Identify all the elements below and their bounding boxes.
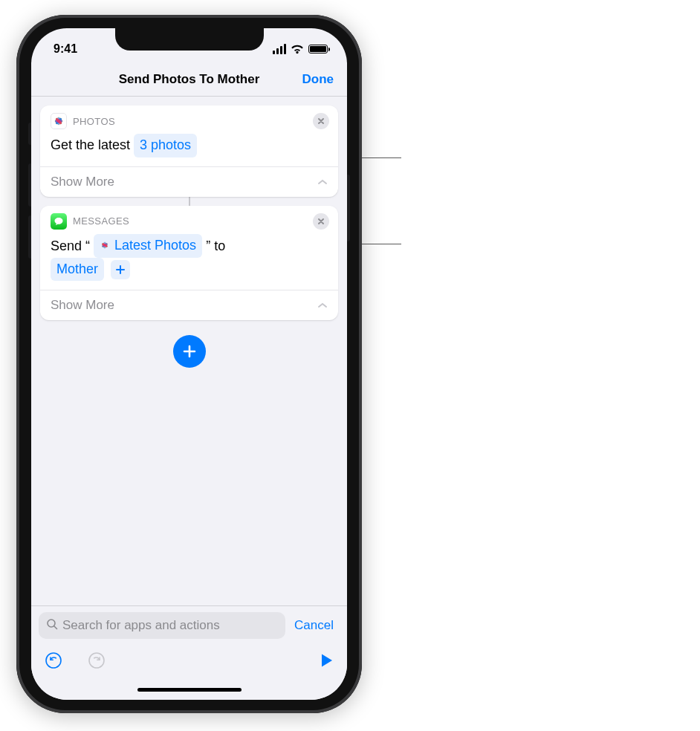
home-indicator[interactable] bbox=[137, 688, 242, 692]
show-more-row[interactable]: Show More bbox=[40, 166, 338, 197]
search-icon bbox=[46, 618, 58, 634]
bottom-toolbar bbox=[31, 645, 347, 679]
cellular-icon bbox=[273, 44, 286, 54]
svg-line-15 bbox=[54, 626, 57, 629]
show-more-label: Show More bbox=[51, 175, 114, 189]
card-header: PHOTOS bbox=[40, 105, 338, 131]
page-title: Send Photos To Mother bbox=[119, 72, 260, 87]
card-app-label: MESSAGES bbox=[73, 215, 129, 227]
action-card-photos[interactable]: PHOTOS Get the latest 3 photos Show More bbox=[40, 105, 338, 197]
action-text-prefix: Get the latest bbox=[51, 137, 134, 152]
svg-point-16 bbox=[46, 653, 61, 668]
wifi-icon bbox=[291, 45, 304, 54]
action-connector bbox=[189, 197, 190, 206]
messages-app-icon bbox=[51, 213, 67, 230]
undo-button[interactable] bbox=[45, 652, 62, 672]
search-bar: Search for apps and actions Cancel bbox=[31, 605, 347, 645]
recipient-token[interactable]: Mother bbox=[51, 258, 104, 282]
close-icon[interactable] bbox=[313, 213, 329, 230]
chevron-up-icon bbox=[317, 179, 328, 185]
card-header: MESSAGES bbox=[40, 206, 338, 231]
content-token[interactable]: Latest Photos bbox=[94, 234, 202, 258]
search-input[interactable]: Search for apps and actions bbox=[39, 612, 285, 639]
chevron-up-icon bbox=[317, 302, 328, 308]
photo-count-token[interactable]: 3 photos bbox=[134, 134, 197, 157]
notch bbox=[115, 28, 264, 51]
card-body: Send “ La bbox=[40, 231, 338, 290]
photos-mini-icon bbox=[100, 240, 110, 250]
done-button[interactable]: Done bbox=[302, 72, 334, 87]
action-text-to: to bbox=[214, 238, 225, 253]
add-action-button[interactable] bbox=[173, 335, 206, 368]
photos-app-icon bbox=[51, 113, 67, 129]
action-card-messages[interactable]: MESSAGES Send “ bbox=[40, 206, 338, 321]
screen: 9:41 Send Photos To Mother Done bbox=[31, 28, 347, 700]
status-time: 9:41 bbox=[54, 42, 77, 56]
cancel-button[interactable]: Cancel bbox=[294, 618, 340, 633]
run-button[interactable] bbox=[320, 653, 334, 671]
card-body: Get the latest 3 photos bbox=[40, 131, 338, 166]
content-token-label: Latest Photos bbox=[114, 235, 196, 256]
home-indicator-area bbox=[31, 679, 347, 700]
toolbar-left bbox=[45, 652, 106, 672]
battery-icon bbox=[308, 45, 328, 53]
svg-point-17 bbox=[89, 653, 104, 668]
phone-frame: 9:41 Send Photos To Mother Done bbox=[16, 15, 362, 713]
redo-button bbox=[88, 652, 106, 672]
add-recipient-button[interactable] bbox=[111, 260, 130, 279]
search-placeholder: Search for apps and actions bbox=[62, 618, 220, 633]
content-area: PHOTOS Get the latest 3 photos Show More bbox=[31, 97, 347, 605]
status-right bbox=[273, 44, 328, 54]
close-icon[interactable] bbox=[313, 113, 329, 129]
nav-bar: Send Photos To Mother Done bbox=[31, 62, 347, 97]
action-text-send: Send bbox=[51, 238, 82, 253]
show-more-row[interactable]: Show More bbox=[40, 290, 338, 320]
card-app-label: PHOTOS bbox=[73, 116, 115, 127]
show-more-label: Show More bbox=[51, 298, 114, 313]
